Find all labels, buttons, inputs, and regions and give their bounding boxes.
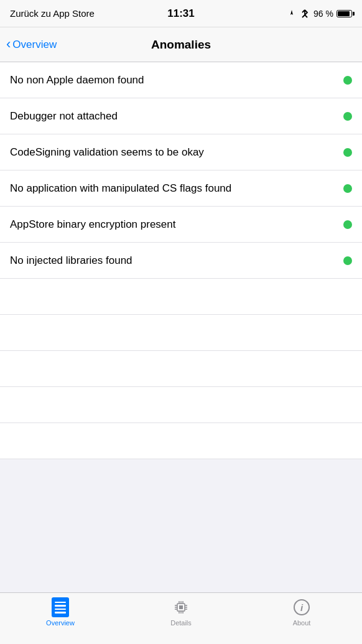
status-bar-back: Zurück zu App Store [10,8,95,19]
row-label: CodeSigning validation seems to be okay [10,146,343,159]
overview-tab-label: Overview [46,619,75,627]
location-icon [287,9,296,18]
back-to-appstore-label: Zurück zu App Store [10,8,95,19]
about-tab-label: About [293,619,311,627]
status-indicator [343,220,352,229]
empty-section [0,279,362,459]
status-indicator [343,256,352,265]
table-row: AppStore binary encryption present [0,207,362,243]
empty-row [0,387,362,423]
table-row: No application with manipulated CS flags… [0,170,362,207]
row-label: Debugger not attached [10,110,343,123]
content-area: No non Apple daemon found Debugger not a… [0,62,362,592]
details-tab-icon [172,598,190,617]
status-indicator [343,76,352,85]
back-chevron-icon: ‹ [6,37,11,51]
table-row: No non Apple daemon found [0,62,362,98]
status-indicator [343,184,352,193]
page-title: Anomalies [151,38,211,52]
empty-row [0,423,362,459]
svg-rect-1 [179,605,183,609]
details-tab-label: Details [170,619,192,627]
back-label: Overview [12,39,57,51]
battery-percent: 96 % [313,9,333,19]
table-row: CodeSigning validation seems to be okay [0,134,362,170]
battery-icon [336,10,352,17]
status-bar-right: 96 % [287,9,352,19]
tab-details[interactable]: Details [121,598,241,627]
row-label: No non Apple daemon found [10,74,343,86]
overview-doc-icon [52,597,69,617]
row-label: No injected libraries found [10,254,343,267]
chip-icon [172,598,190,617]
about-tab-icon: i [292,598,311,617]
empty-row [0,351,362,387]
status-bar: Zurück zu App Store 11:31 96 % [0,0,362,27]
tab-about[interactable]: i About [241,598,362,627]
table-row: No injected libraries found [0,243,362,279]
row-label: AppStore binary encryption present [10,218,343,231]
status-indicator [343,112,352,121]
anomalies-table: No non Apple daemon found Debugger not a… [0,62,362,279]
tab-overview[interactable]: Overview [0,598,121,627]
info-circle-icon: i [294,599,310,615]
nav-bar: ‹ Overview Anomalies [0,27,362,62]
table-row: Debugger not attached [0,98,362,134]
empty-row [0,315,362,351]
row-label: No application with manipulated CS flags… [10,182,343,195]
status-indicator [343,148,352,157]
bluetooth-icon [299,9,310,18]
back-button[interactable]: ‹ Overview [6,38,57,51]
overview-tab-icon [51,598,70,617]
empty-row [0,279,362,315]
status-bar-time: 11:31 [167,7,194,20]
tab-bar: Overview [0,592,362,644]
